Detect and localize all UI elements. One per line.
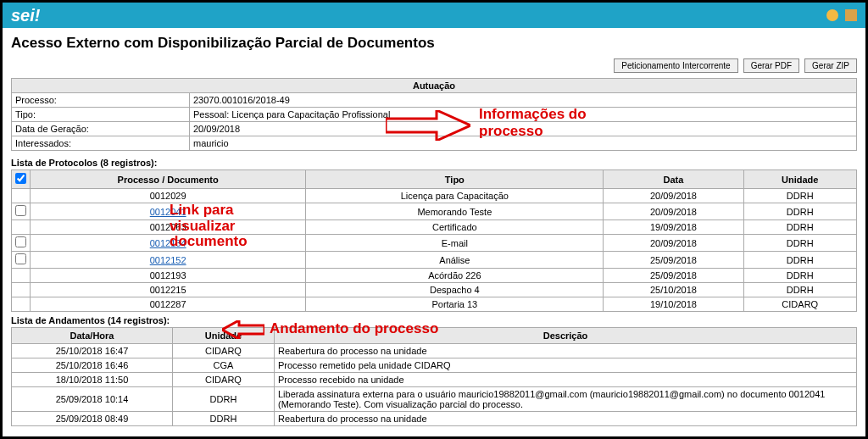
page-title: Acesso Externo com Disponibilização Parc… — [11, 35, 857, 52]
checkbox-cell — [12, 235, 31, 252]
unidade-cell: CGA — [173, 358, 275, 373]
checkbox-cell — [12, 203, 31, 220]
protocolos-table: Processo / Documento Tipo Data Unidade 0… — [11, 169, 857, 312]
table-row: 25/09/2018 08:49DDRHReabertura do proces… — [12, 412, 857, 426]
header-unidade-and: Unidade — [173, 328, 275, 344]
datahora-cell: 25/10/2018 16:46 — [12, 358, 173, 373]
row-checkbox[interactable] — [15, 205, 26, 216]
doc-link[interactable]: 0012152 — [150, 255, 186, 265]
app-header: sei! — [3, 3, 865, 28]
table-row: 0012152Análise25/09/2018DDRH — [12, 252, 857, 269]
unidade-cell: DDRH — [743, 220, 857, 235]
datahora-cell: 25/09/2018 08:49 — [12, 412, 173, 426]
header-unidade: Unidade — [743, 170, 857, 189]
doc-cell: 0012134 — [31, 235, 306, 252]
table-row: 18/10/2018 11:50CIDARQProcesso recebido … — [12, 373, 857, 387]
doc-cell: 0012287 — [31, 297, 306, 312]
checkbox-cell — [12, 269, 31, 283]
doc-cell: 0012041 — [31, 203, 306, 220]
checkbox-cell — [12, 297, 31, 312]
unidade-cell: DDRH — [743, 203, 857, 220]
exit-icon[interactable] — [845, 9, 857, 21]
data-geracao-value: 20/09/2018 — [190, 122, 857, 136]
data-cell: 19/10/2018 — [604, 297, 743, 312]
doc-link[interactable]: 0012041 — [150, 207, 186, 217]
descricao-cell: Reabertura do processo na unidade — [275, 412, 857, 426]
tipo-cell: Acórdão 226 — [306, 269, 604, 283]
datahora-cell: 18/10/2018 11:50 — [12, 373, 173, 387]
descricao-cell: Processo remetido pela unidade CIDARQ — [275, 358, 857, 373]
unidade-cell: DDRH — [743, 283, 857, 297]
checkbox-cell — [12, 283, 31, 297]
header-datahora: Data/Hora — [12, 328, 173, 344]
doc-cell: 0012029 — [31, 189, 306, 203]
autuacao-table: Autuação Processo:23070.001016/2018-49 T… — [11, 78, 857, 151]
tipo-cell: Memorando Teste — [306, 203, 604, 220]
doc-link[interactable]: 0012134 — [150, 238, 186, 248]
unidade-cell: DDRH — [743, 269, 857, 283]
table-row: 0012134E-mail20/09/2018DDRH — [12, 235, 857, 252]
data-cell: 25/10/2018 — [604, 283, 743, 297]
data-cell: 20/09/2018 — [604, 203, 743, 220]
header-icons — [826, 9, 857, 21]
gerar-zip-button[interactable]: Gerar ZIP — [804, 58, 857, 73]
header-descricao: Descrição — [275, 328, 857, 344]
header-doc: Processo / Documento — [31, 170, 306, 189]
select-all-checkbox[interactable] — [15, 173, 26, 184]
table-row: 0012041Memorando Teste20/09/2018DDRH — [12, 203, 857, 220]
protocolos-title: Lista de Protocolos (8 registros): — [11, 158, 857, 168]
doc-cell: 0012152 — [31, 252, 306, 269]
andamentos-table: Data/Hora Unidade Descrição 25/10/2018 1… — [11, 327, 857, 426]
doc-cell: 0012063 — [31, 220, 306, 235]
unidade-cell: DDRH — [173, 387, 275, 412]
tipo-cell: Portaria 13 — [306, 297, 604, 312]
checkbox-cell — [12, 220, 31, 235]
table-row: 25/09/2018 10:14DDRHLiberada assinatura … — [12, 387, 857, 412]
data-cell: 20/09/2018 — [604, 235, 743, 252]
tipo-cell: Licença para Capacitação — [306, 189, 604, 203]
tipo-value: Pessoal: Licença para Capacitação Profis… — [190, 108, 857, 122]
row-checkbox[interactable] — [15, 236, 26, 247]
tipo-cell: E-mail — [306, 235, 604, 252]
unidade-cell: CIDARQ — [173, 344, 275, 358]
user-icon[interactable] — [826, 9, 838, 21]
table-row: 0012215Despacho 425/10/2018DDRH — [12, 283, 857, 297]
table-row: 25/10/2018 16:47CIDARQReabertura do proc… — [12, 344, 857, 358]
action-buttons: Peticionamento Intercorrente Gerar PDF G… — [11, 58, 857, 73]
doc-cell: 0012193 — [31, 269, 306, 283]
row-checkbox[interactable] — [15, 253, 26, 264]
unidade-cell: DDRH — [743, 235, 857, 252]
header-checkbox-cell — [12, 170, 31, 189]
doc-cell: 0012215 — [31, 283, 306, 297]
interessados-label: Interessados: — [12, 136, 190, 151]
andamentos-title: Lista de Andamentos (14 registros): — [11, 315, 857, 325]
gerar-pdf-button[interactable]: Gerar PDF — [743, 58, 799, 73]
tipo-cell: Despacho 4 — [306, 283, 604, 297]
descricao-cell: Liberada assinatura externa para o usuár… — [275, 387, 857, 412]
unidade-cell: CIDARQ — [743, 297, 857, 312]
unidade-cell: DDRH — [743, 252, 857, 269]
data-cell: 20/09/2018 — [604, 189, 743, 203]
header-tipo: Tipo — [306, 170, 604, 189]
data-cell: 25/09/2018 — [604, 269, 743, 283]
datahora-cell: 25/09/2018 10:14 — [12, 387, 173, 412]
unidade-cell: DDRH — [743, 189, 857, 203]
unidade-cell: DDRH — [173, 412, 275, 426]
table-row: 25/10/2018 16:46CGAProcesso remetido pel… — [12, 358, 857, 373]
data-cell: 25/09/2018 — [604, 252, 743, 269]
processo-label: Processo: — [12, 93, 190, 108]
table-row: 0012193Acórdão 22625/09/2018DDRH — [12, 269, 857, 283]
main-content: Acesso Externo com Disponibilização Parc… — [3, 28, 865, 433]
autuacao-header: Autuação — [12, 79, 857, 93]
header-data: Data — [604, 170, 743, 189]
unidade-cell: CIDARQ — [173, 373, 275, 387]
tipo-label: Tipo: — [12, 108, 190, 122]
logo: sei! — [11, 6, 40, 25]
peticionamento-button[interactable]: Peticionamento Intercorrente — [614, 58, 737, 73]
data-cell: 19/09/2018 — [604, 220, 743, 235]
table-row: 0012287Portaria 1319/10/2018CIDARQ — [12, 297, 857, 312]
checkbox-cell — [12, 252, 31, 269]
descricao-cell: Processo recebido na unidade — [275, 373, 857, 387]
tipo-cell: Análise — [306, 252, 604, 269]
table-row: 0012063Certificado19/09/2018DDRH — [12, 220, 857, 235]
